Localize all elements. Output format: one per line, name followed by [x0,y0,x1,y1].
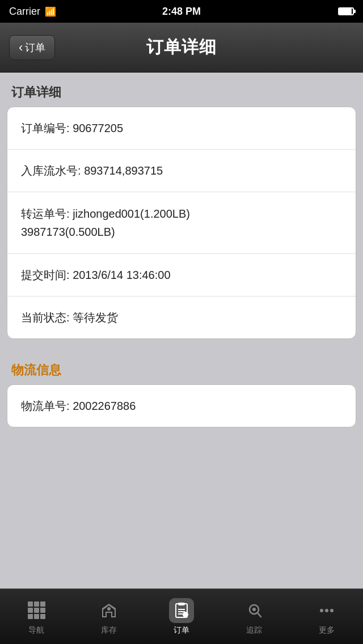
wifi-icon: 📶 [45,6,56,17]
order-section-header: 订单详细 [0,73,363,107]
transfer-number-row: 转运单号: jizhonged001(1.200LB)3987173(0.500… [7,192,356,254]
nav-icon [24,598,49,623]
status-bar-left: Carrier 📶 [9,6,56,18]
content-area: 订单详细 订单编号: 90677205 入库流水号: 893714,893715… [0,73,363,588]
status-value: 等待发货 [73,311,118,324]
nav-tab-label: 导航 [28,625,44,635]
svg-point-12 [330,609,334,612]
submit-time-value: 2013/6/14 13:46:00 [73,269,170,281]
inventory-tab-label: 库存 [101,625,117,635]
order-number-row: 订单编号: 90677205 [7,107,356,150]
tab-order[interactable]: 订单 [145,598,218,635]
tab-more[interactable]: 更多 [290,598,363,635]
submit-time-label: 提交时间: [21,269,73,281]
tab-inventory[interactable]: 库存 [73,598,145,635]
order-detail-card: 订单编号: 90677205 入库流水号: 893714,893715 转运单号… [7,107,356,339]
submit-time-row: 提交时间: 2013/6/14 13:46:00 [7,254,356,296]
track-icon [242,598,267,623]
status-bar: Carrier 📶 2:48 PM [0,0,363,23]
back-button[interactable]: 订单 [9,35,55,60]
more-tab-label: 更多 [319,625,335,635]
svg-rect-2 [178,603,185,605]
status-row: 当前状态: 等待发货 [7,296,356,338]
transfer-number-label: 转运单号: [21,207,73,220]
inventory-icon [96,598,121,623]
logistics-number-value: 2002267886 [73,400,136,412]
status-bar-right [338,7,354,15]
nav-bar: 订单 订单详细 [0,23,363,73]
order-number-value: 90677205 [73,122,123,134]
inbound-serial-value: 893714,893715 [84,164,163,177]
svg-point-9 [252,608,256,611]
logistics-number-label: 物流单号: [21,400,73,412]
svg-line-8 [258,613,261,617]
tab-nav[interactable]: 导航 [0,598,73,635]
logistics-card: 物流单号: 2002267886 [7,384,356,427]
logistics-number-row: 物流单号: 2002267886 [7,385,356,427]
battery-icon [338,7,354,15]
inbound-serial-label: 入库流水号: [21,164,84,177]
inbound-serial-row: 入库流水号: 893714,893715 [7,150,356,192]
svg-point-0 [107,607,111,611]
svg-point-10 [320,609,323,612]
more-icon [314,598,339,623]
order-tab-label: 订单 [174,625,189,635]
order-icon [169,598,194,623]
status-label: 当前状态: [21,311,73,324]
tab-bar: 导航 库存 订单 [0,588,363,644]
logistics-section-header: 物流信息 [0,350,363,384]
tab-track[interactable]: 追踪 [218,598,290,635]
carrier-label: Carrier [9,6,40,18]
nav-title: 订单详细 [146,36,217,59]
track-tab-label: 追踪 [246,625,262,635]
svg-point-11 [325,609,328,612]
order-number-label: 订单编号: [21,122,73,134]
status-bar-time: 2:48 PM [162,6,201,18]
